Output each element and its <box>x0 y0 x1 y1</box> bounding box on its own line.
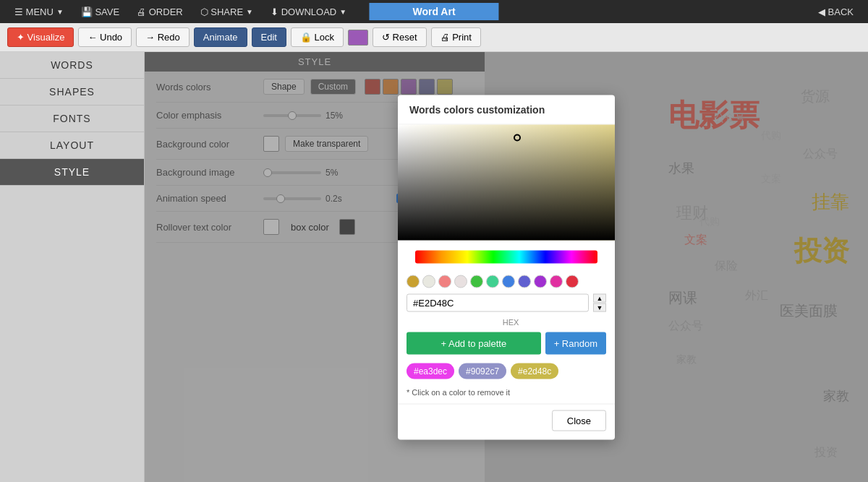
palette-chips: #ea3dec #9092c7 #e2d48c <box>398 360 615 384</box>
swatch-salmon[interactable] <box>438 275 451 288</box>
sidebar-item-layout[interactable]: LAYOUT <box>0 132 144 159</box>
modal-backdrop[interactable]: Words colors customization <box>145 52 868 482</box>
lock-button[interactable]: 🔒 Lock <box>291 27 344 47</box>
main-layout: WORDS SHAPES FONTS LAYOUT STYLE STYLE Wo… <box>0 52 868 482</box>
sidebar-item-style[interactable]: STYLE <box>0 159 144 186</box>
sidebar-item-words[interactable]: WORDS <box>0 52 144 79</box>
palette-btn-row: + Add to palette + Random <box>398 329 615 360</box>
color-picker-gradient[interactable] <box>398 124 615 240</box>
modal-title: Words colors customization <box>398 95 615 124</box>
order-button[interactable]: 🖨 ORDER <box>129 4 190 20</box>
page-title: Word Art <box>369 3 498 20</box>
close-button[interactable]: Close <box>552 410 606 431</box>
save-button[interactable]: 💾 SAVE <box>74 4 127 20</box>
palette-chip-1[interactable]: #ea3dec <box>407 363 454 379</box>
swatch-green[interactable] <box>470 275 483 288</box>
swatch-purple[interactable] <box>534 275 547 288</box>
hex-arrows: ▲ ▼ <box>593 293 606 311</box>
undo-button[interactable]: ← Undo <box>78 27 132 47</box>
hex-up-arrow[interactable]: ▲ <box>593 293 606 302</box>
color-swatches-row <box>398 272 615 293</box>
swatch-pink[interactable] <box>550 275 563 288</box>
reset-button[interactable]: ↺ Reset <box>373 27 427 47</box>
share-button[interactable]: ⬡ SHARE ▼ <box>193 4 260 20</box>
hex-input-row: ▲ ▼ <box>398 293 615 317</box>
add-to-palette-button[interactable]: + Add to palette <box>407 332 541 354</box>
color-customization-modal: Words colors customization <box>398 95 615 439</box>
color-picker-dot <box>514 134 521 141</box>
sidebar-item-fonts[interactable]: FONTS <box>0 106 144 132</box>
hex-label: HEX <box>398 317 615 329</box>
left-sidebar: WORDS SHAPES FONTS LAYOUT STYLE <box>0 52 145 482</box>
swatch-white[interactable] <box>422 275 435 288</box>
redo-button[interactable]: → Redo <box>136 27 190 47</box>
back-button[interactable]: ◀ BACK <box>811 4 861 20</box>
swatch-red[interactable] <box>566 275 579 288</box>
top-nav: ☰ MENU ▼ 💾 SAVE 🖨 ORDER ⬡ SHARE ▼ ⬇ DOWN… <box>0 0 868 23</box>
menu-button[interactable]: ☰ MENU ▼ <box>7 4 71 20</box>
toolbar: ✦ Visualize ← Undo → Redo Animate Edit 🔒… <box>0 23 868 52</box>
palette-chip-3[interactable]: #e2d48c <box>511 363 558 379</box>
visualize-button[interactable]: ✦ Visualize <box>7 27 74 47</box>
swatch-blue[interactable] <box>502 275 515 288</box>
swatch-indigo[interactable] <box>518 275 531 288</box>
animate-button[interactable]: Animate <box>194 27 247 47</box>
swatch-gold[interactable] <box>407 275 420 288</box>
hex-input[interactable] <box>407 293 589 311</box>
color-swatch-toolbar[interactable] <box>348 30 368 46</box>
swatch-pink-light[interactable] <box>454 275 467 288</box>
content-area: STYLE Words colors Shape Custom <box>145 52 868 482</box>
hue-strip[interactable] <box>415 250 597 263</box>
edit-button[interactable]: Edit <box>252 27 286 47</box>
download-button[interactable]: ⬇ DOWNLOAD ▼ <box>263 4 354 20</box>
modal-footer: Close <box>398 403 615 439</box>
random-button[interactable]: + Random <box>545 332 606 354</box>
click-note: * Click on a color to remove it <box>398 384 615 403</box>
print-button[interactable]: 🖨 Print <box>431 27 481 47</box>
sidebar-item-shapes[interactable]: SHAPES <box>0 79 144 106</box>
hex-down-arrow[interactable]: ▼ <box>593 303 606 311</box>
palette-chip-2[interactable]: #9092c7 <box>459 363 506 379</box>
swatch-teal[interactable] <box>486 275 499 288</box>
